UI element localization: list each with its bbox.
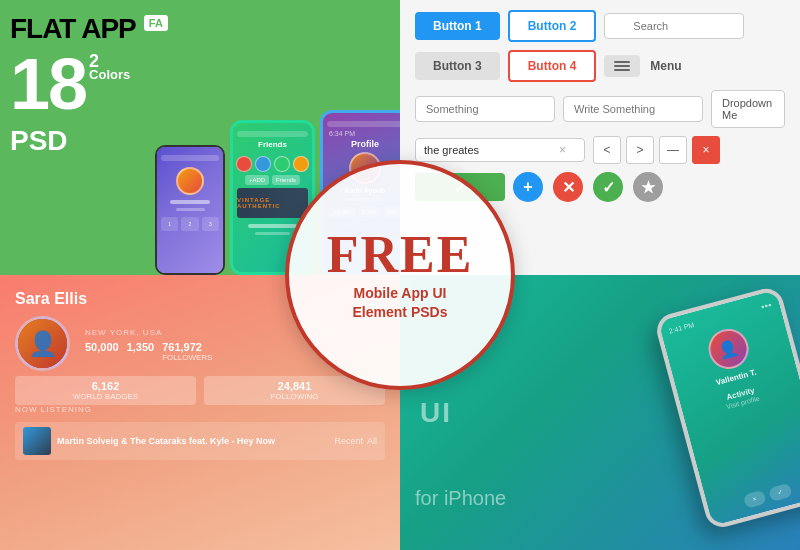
action-icons-row: + ✕ ✓ ★ (513, 172, 663, 202)
profile-location-info: NEW YORK, USA 50,000 1,350 761,972 FOLLO… (85, 326, 212, 362)
button-3[interactable]: Button 3 (415, 52, 500, 80)
button-row-1: Button 1 Button 2 🔍 (415, 10, 785, 42)
profile-name: Sara Ellis (15, 290, 212, 308)
something-input[interactable] (415, 96, 555, 122)
stat-label-following: FOLLOWING (212, 392, 377, 401)
friends-btn[interactable]: Friends (272, 175, 300, 185)
menu-line-1 (614, 61, 630, 63)
iphone-nav-btn-1[interactable]: × (743, 489, 766, 508)
text-input-with-clear: × (415, 138, 585, 162)
write-something-input[interactable] (563, 96, 703, 122)
flat-app-psd: PSD (10, 125, 168, 157)
profile-location: NEW YORK, USA (85, 328, 212, 337)
friend-avatar-2 (255, 156, 271, 172)
iphone-nav-btn-2[interactable]: ✓ (768, 482, 793, 501)
flat-app-colors: Colors (89, 67, 130, 82)
stat-label-followers: FOLLOWERS (162, 353, 212, 362)
friend-avatar-4 (293, 156, 309, 172)
profile-avatar-row: 👤 NEW YORK, USA 50,000 1,350 (15, 316, 212, 371)
flat-app-info: FLAT APP FA 18 2 Colors PSD (10, 15, 168, 157)
stat-number-badges: 6,162 (23, 380, 188, 392)
free-text: FREE (327, 229, 474, 281)
stat-mini-2: 2 (181, 217, 198, 231)
phone-screen-profile: 1 2 3 (157, 147, 223, 273)
nav-pagination-row: < > — × (593, 136, 720, 164)
search-input[interactable] (604, 13, 744, 39)
all-button[interactable]: All (367, 436, 377, 446)
phone-mockup-small: 1 2 3 (155, 145, 225, 275)
check-icon-button[interactable]: ✓ (593, 172, 623, 202)
add-icon-button[interactable]: + (513, 172, 543, 202)
menu-line-3 (614, 69, 630, 71)
text-input-clear[interactable] (424, 144, 554, 156)
music-actions: Recent All (334, 436, 377, 446)
profile-info: Sara Ellis 👤 NEW YORK, USA 50,000 1,350 (15, 290, 212, 371)
profile-stat-1350: 1,350 (127, 341, 155, 362)
center-overlay: FREE Mobile App UI Element PSDs (285, 160, 515, 390)
button-4[interactable]: Button 4 (508, 50, 597, 82)
music-info: Martin Solveig & The Cataraks feat. Kyle… (57, 436, 328, 446)
phone-text-line-1 (170, 200, 211, 204)
nav-dash-button[interactable]: — (659, 136, 687, 164)
now-playing-label: Now Listening (15, 405, 385, 414)
button-row-2: Button 3 Button 4 Menu (415, 50, 785, 82)
music-thumbnail (23, 427, 51, 455)
vintage-text: VINTAGE AUTHENTIC (237, 197, 308, 209)
star-icon-button[interactable]: ★ (633, 172, 663, 202)
iphone-nav-row: × ✓ (743, 482, 792, 508)
nav-close-button[interactable]: × (692, 136, 720, 164)
close-icon-button[interactable]: ✕ (553, 172, 583, 202)
iphone-avatar-icon: 👤 (716, 337, 740, 361)
flat-app-badge: FA (144, 15, 168, 31)
song-title: Martin Solveig & The Cataraks feat. Kyle… (57, 436, 328, 446)
nav-next-button[interactable]: > (626, 136, 654, 164)
recent-button[interactable]: Recent (334, 436, 363, 446)
button-1[interactable]: Button 1 (415, 12, 500, 40)
nav-prev-button[interactable]: < (593, 136, 621, 164)
menu-label: Menu (650, 59, 681, 73)
friend-avatar-3 (274, 156, 290, 172)
phone-statusbar (161, 155, 219, 161)
phone-avatar (176, 167, 204, 195)
phone-statusbar-l (327, 121, 400, 127)
for-iphone-text: for iPhone (415, 487, 506, 510)
ui-text: UI (420, 397, 452, 429)
text-nav-row: × < > — × (415, 136, 785, 164)
menu-icon-button[interactable] (604, 55, 640, 77)
profile-stat-50k: 50,000 (85, 341, 119, 362)
phone-statusbar-m (237, 131, 308, 137)
iphone-statusbar: 2:41 PM ●●● (668, 301, 772, 333)
menu-line-2 (614, 65, 630, 67)
stat-number-followers: 761,972 (162, 341, 212, 353)
profile-avatar-inner: 👤 (18, 319, 67, 368)
flat-app-number: 18 (10, 48, 86, 120)
search-wrapper: 🔍 (604, 13, 744, 39)
friend-avatar-1 (236, 156, 252, 172)
iphone-signal: ●●● (760, 300, 772, 309)
input-row: Dropdown Me (415, 90, 785, 128)
phone-line-1 (248, 224, 298, 228)
friends-label: Friends (258, 140, 287, 149)
stat-number-following: 24,841 (212, 380, 377, 392)
phone-time: 6:34 PM (327, 130, 400, 137)
phone-add-row: +ADD Friends (245, 175, 300, 185)
iphone-time: 2:41 PM (668, 321, 695, 335)
profile-avatar: 👤 (15, 316, 70, 371)
profile-stats: 6,162 WORLD BADGES 24,841 FOLLOWING (15, 376, 385, 405)
iphone-avatar: 👤 (704, 324, 753, 373)
clear-icon[interactable]: × (559, 143, 566, 157)
dropdown-field[interactable]: Dropdown Me (711, 90, 785, 128)
vintage-block: VINTAGE AUTHENTIC (237, 188, 308, 218)
flat-app-title: FLAT APP (10, 15, 136, 43)
stat-number-50k: 50,000 (85, 341, 119, 353)
phone-line-2 (255, 232, 291, 235)
profile-stat-followers: 761,972 FOLLOWERS (162, 341, 212, 362)
phone-text-line-2 (176, 208, 205, 211)
profile-top-stats: 50,000 1,350 761,972 FOLLOWERS (85, 341, 212, 362)
button-2[interactable]: Button 2 (508, 10, 597, 42)
friends-row (236, 156, 309, 172)
stat-label-badges: WORLD BADGES (23, 392, 188, 401)
iphone-username: Vallentin T. (715, 367, 757, 386)
iphone-mockup: 2:41 PM ●●● 👤 Vallentin T. Activity Visi… (653, 284, 800, 530)
add-btn[interactable]: +ADD (245, 175, 269, 185)
